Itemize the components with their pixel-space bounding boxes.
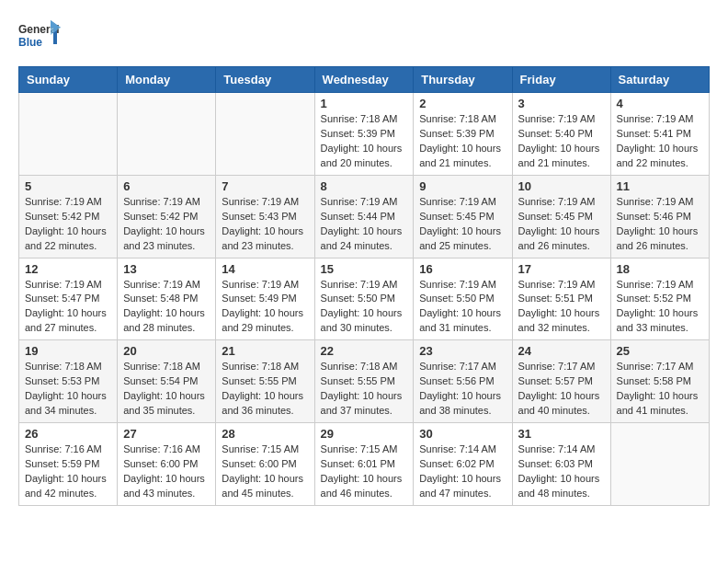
day-number: 1 bbox=[321, 97, 408, 110]
day-info: Sunrise: 7:14 AM Sunset: 6:03 PM Dayligh… bbox=[518, 442, 605, 501]
calendar-cell: 26Sunrise: 7:16 AM Sunset: 5:59 PM Dayli… bbox=[19, 423, 118, 506]
calendar-cell: 5Sunrise: 7:19 AM Sunset: 5:42 PM Daylig… bbox=[19, 175, 118, 258]
day-number: 9 bbox=[419, 179, 506, 193]
day-number: 24 bbox=[518, 344, 605, 358]
calendar-cell: 4Sunrise: 7:19 AM Sunset: 5:41 PM Daylig… bbox=[610, 93, 709, 176]
day-number: 27 bbox=[123, 427, 210, 441]
day-info: Sunrise: 7:19 AM Sunset: 5:49 PM Dayligh… bbox=[222, 278, 308, 337]
day-number: 12 bbox=[25, 262, 111, 276]
calendar-cell: 30Sunrise: 7:14 AM Sunset: 6:02 PM Dayli… bbox=[414, 423, 512, 506]
day-number: 8 bbox=[321, 179, 408, 193]
calendar-week-row: 5Sunrise: 7:19 AM Sunset: 5:42 PM Daylig… bbox=[19, 175, 710, 258]
calendar-cell: 13Sunrise: 7:19 AM Sunset: 5:48 PM Dayli… bbox=[118, 258, 216, 340]
calendar-cell: 1Sunrise: 7:18 AM Sunset: 5:39 PM Daylig… bbox=[314, 93, 414, 176]
day-info: Sunrise: 7:18 AM Sunset: 5:55 PM Dayligh… bbox=[222, 360, 308, 419]
weekday-header: Friday bbox=[512, 67, 610, 93]
day-info: Sunrise: 7:19 AM Sunset: 5:42 PM Dayligh… bbox=[25, 195, 111, 254]
day-number: 7 bbox=[222, 179, 308, 193]
day-number: 13 bbox=[123, 262, 210, 276]
calendar-cell bbox=[19, 93, 118, 176]
day-info: Sunrise: 7:19 AM Sunset: 5:40 PM Dayligh… bbox=[518, 112, 605, 171]
logo-svg: General Blue bbox=[18, 18, 63, 57]
calendar-cell bbox=[610, 423, 709, 506]
day-number: 3 bbox=[518, 97, 605, 110]
day-info: Sunrise: 7:17 AM Sunset: 5:57 PM Dayligh… bbox=[518, 360, 605, 419]
weekday-header: Wednesday bbox=[314, 67, 414, 93]
calendar-cell: 25Sunrise: 7:17 AM Sunset: 5:58 PM Dayli… bbox=[610, 340, 709, 423]
weekday-header: Thursday bbox=[414, 67, 512, 93]
calendar-cell: 12Sunrise: 7:19 AM Sunset: 5:47 PM Dayli… bbox=[19, 258, 118, 340]
calendar-cell: 8Sunrise: 7:19 AM Sunset: 5:44 PM Daylig… bbox=[314, 175, 414, 258]
calendar-cell: 2Sunrise: 7:18 AM Sunset: 5:39 PM Daylig… bbox=[414, 93, 512, 176]
calendar-cell: 31Sunrise: 7:14 AM Sunset: 6:03 PM Dayli… bbox=[512, 423, 610, 506]
calendar-cell: 16Sunrise: 7:19 AM Sunset: 5:50 PM Dayli… bbox=[414, 258, 512, 340]
day-info: Sunrise: 7:19 AM Sunset: 5:43 PM Dayligh… bbox=[222, 195, 308, 254]
day-info: Sunrise: 7:14 AM Sunset: 6:02 PM Dayligh… bbox=[419, 442, 506, 501]
weekday-header: Monday bbox=[118, 67, 216, 93]
day-number: 6 bbox=[123, 179, 210, 193]
day-number: 16 bbox=[419, 262, 506, 276]
day-number: 23 bbox=[419, 344, 506, 358]
calendar-cell: 11Sunrise: 7:19 AM Sunset: 5:46 PM Dayli… bbox=[610, 175, 709, 258]
day-number: 31 bbox=[518, 427, 605, 441]
day-number: 30 bbox=[419, 427, 506, 441]
day-number: 15 bbox=[321, 262, 408, 276]
day-info: Sunrise: 7:19 AM Sunset: 5:51 PM Dayligh… bbox=[518, 278, 605, 337]
weekday-header: Saturday bbox=[610, 67, 709, 93]
day-number: 18 bbox=[617, 262, 703, 276]
day-info: Sunrise: 7:19 AM Sunset: 5:48 PM Dayligh… bbox=[123, 278, 210, 337]
calendar-cell: 6Sunrise: 7:19 AM Sunset: 5:42 PM Daylig… bbox=[118, 175, 216, 258]
day-info: Sunrise: 7:18 AM Sunset: 5:54 PM Dayligh… bbox=[123, 360, 210, 419]
day-info: Sunrise: 7:19 AM Sunset: 5:46 PM Dayligh… bbox=[617, 195, 703, 254]
logo: General Blue bbox=[18, 18, 63, 57]
calendar-cell: 24Sunrise: 7:17 AM Sunset: 5:57 PM Dayli… bbox=[512, 340, 610, 423]
calendar-cell: 17Sunrise: 7:19 AM Sunset: 5:51 PM Dayli… bbox=[512, 258, 610, 340]
calendar-cell: 21Sunrise: 7:18 AM Sunset: 5:55 PM Dayli… bbox=[216, 340, 314, 423]
calendar-cell: 7Sunrise: 7:19 AM Sunset: 5:43 PM Daylig… bbox=[216, 175, 314, 258]
calendar-cell: 28Sunrise: 7:15 AM Sunset: 6:00 PM Dayli… bbox=[216, 423, 314, 506]
day-number: 29 bbox=[321, 427, 408, 441]
calendar-cell: 27Sunrise: 7:16 AM Sunset: 6:00 PM Dayli… bbox=[118, 423, 216, 506]
day-number: 21 bbox=[222, 344, 308, 358]
calendar-cell: 19Sunrise: 7:18 AM Sunset: 5:53 PM Dayli… bbox=[19, 340, 118, 423]
calendar-week-row: 12Sunrise: 7:19 AM Sunset: 5:47 PM Dayli… bbox=[19, 258, 710, 340]
day-number: 5 bbox=[25, 179, 111, 193]
day-number: 11 bbox=[617, 179, 703, 193]
day-number: 26 bbox=[25, 427, 111, 441]
day-info: Sunrise: 7:17 AM Sunset: 5:58 PM Dayligh… bbox=[617, 360, 703, 419]
calendar-cell: 9Sunrise: 7:19 AM Sunset: 5:45 PM Daylig… bbox=[414, 175, 512, 258]
day-info: Sunrise: 7:19 AM Sunset: 5:45 PM Dayligh… bbox=[419, 195, 506, 254]
page-header: General Blue bbox=[18, 18, 710, 57]
day-info: Sunrise: 7:15 AM Sunset: 6:00 PM Dayligh… bbox=[222, 442, 308, 501]
day-info: Sunrise: 7:19 AM Sunset: 5:44 PM Dayligh… bbox=[321, 195, 408, 254]
calendar-week-row: 26Sunrise: 7:16 AM Sunset: 5:59 PM Dayli… bbox=[19, 423, 710, 506]
day-number: 20 bbox=[123, 344, 210, 358]
day-info: Sunrise: 7:18 AM Sunset: 5:39 PM Dayligh… bbox=[321, 112, 408, 171]
calendar-cell: 15Sunrise: 7:19 AM Sunset: 5:50 PM Dayli… bbox=[314, 258, 414, 340]
day-info: Sunrise: 7:19 AM Sunset: 5:52 PM Dayligh… bbox=[617, 278, 703, 337]
calendar-week-row: 1Sunrise: 7:18 AM Sunset: 5:39 PM Daylig… bbox=[19, 93, 710, 176]
day-info: Sunrise: 7:19 AM Sunset: 5:42 PM Dayligh… bbox=[123, 195, 210, 254]
calendar-cell bbox=[216, 93, 314, 176]
day-number: 19 bbox=[25, 344, 111, 358]
day-info: Sunrise: 7:16 AM Sunset: 5:59 PM Dayligh… bbox=[25, 442, 111, 501]
day-number: 4 bbox=[617, 97, 703, 110]
day-number: 17 bbox=[518, 262, 605, 276]
day-info: Sunrise: 7:17 AM Sunset: 5:56 PM Dayligh… bbox=[419, 360, 506, 419]
calendar-cell: 14Sunrise: 7:19 AM Sunset: 5:49 PM Dayli… bbox=[216, 258, 314, 340]
day-info: Sunrise: 7:15 AM Sunset: 6:01 PM Dayligh… bbox=[321, 442, 408, 501]
weekday-header: Tuesday bbox=[216, 67, 314, 93]
day-info: Sunrise: 7:18 AM Sunset: 5:55 PM Dayligh… bbox=[321, 360, 408, 419]
calendar-week-row: 19Sunrise: 7:18 AM Sunset: 5:53 PM Dayli… bbox=[19, 340, 710, 423]
calendar-cell bbox=[118, 93, 216, 176]
day-info: Sunrise: 7:19 AM Sunset: 5:41 PM Dayligh… bbox=[617, 112, 703, 171]
weekday-header-row: SundayMondayTuesdayWednesdayThursdayFrid… bbox=[19, 67, 710, 93]
day-info: Sunrise: 7:18 AM Sunset: 5:53 PM Dayligh… bbox=[25, 360, 111, 419]
day-number: 10 bbox=[518, 179, 605, 193]
calendar-cell: 22Sunrise: 7:18 AM Sunset: 5:55 PM Dayli… bbox=[314, 340, 414, 423]
calendar-cell: 20Sunrise: 7:18 AM Sunset: 5:54 PM Dayli… bbox=[118, 340, 216, 423]
calendar-cell: 29Sunrise: 7:15 AM Sunset: 6:01 PM Dayli… bbox=[314, 423, 414, 506]
day-info: Sunrise: 7:18 AM Sunset: 5:39 PM Dayligh… bbox=[419, 112, 506, 171]
day-number: 22 bbox=[321, 344, 408, 358]
day-number: 2 bbox=[419, 97, 506, 110]
